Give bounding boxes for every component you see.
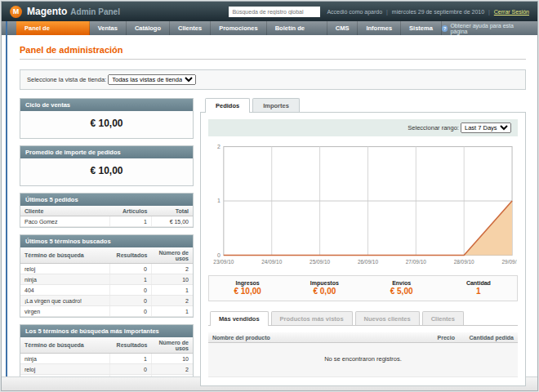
nav-item-promociones[interactable]: Promociones xyxy=(211,21,267,35)
table-row: 40401 xyxy=(20,285,193,296)
svg-text:1: 1 xyxy=(217,198,220,204)
cell: Paco Gomez xyxy=(20,216,110,227)
svg-text:0: 0 xyxy=(217,252,220,258)
last-search-terms-box: Últimos 5 términos buscados Término de b… xyxy=(20,234,194,318)
cell: 1 xyxy=(151,285,193,296)
table-row: ¡La virgen que cuadro!02 xyxy=(20,296,193,306)
svg-text:25/09/10: 25/09/10 xyxy=(310,259,330,265)
last-search-terms-table: Término de búsquedaResultadosNúmero de u… xyxy=(20,247,193,317)
cell: 404 xyxy=(20,285,110,296)
range-label: Seleccionar rango: xyxy=(408,124,459,131)
stat-value: € 10,00 xyxy=(209,287,286,296)
tab-productos-mas-vistos[interactable]: Productos más vistos xyxy=(271,311,353,325)
nav-item-cms[interactable]: CMS xyxy=(327,21,359,35)
separator: | xyxy=(488,9,490,15)
nav-item-catalogo[interactable]: Catálogo xyxy=(127,21,170,35)
totals-bar: Ingresos€ 10,00Impuestos€ 0,00Envíos€ 5,… xyxy=(208,275,518,301)
separator: | xyxy=(386,9,388,15)
orders-panel: Seleccionar rango: Last 7 Days 01223/09/… xyxy=(200,112,526,386)
tab-mas-vendidos[interactable]: Más vendidos xyxy=(210,311,269,326)
cell: 10 xyxy=(151,274,193,285)
column-header: Precio xyxy=(394,332,459,343)
bottom-tabs: Más vendidosProductos más vistosNuevos c… xyxy=(208,311,518,326)
box-title: Últimos 5 pedidos xyxy=(20,194,193,206)
logout-link[interactable]: Cerrar Sesión xyxy=(494,9,529,15)
box-title: Ciclo de ventas xyxy=(20,99,193,111)
nav-item-informes[interactable]: Informes xyxy=(358,21,401,35)
tab-nuevos-clientes[interactable]: Nuevos clientes xyxy=(355,311,420,325)
stat-impuestos: Impuestos€ 0,00 xyxy=(286,280,363,296)
table-row: Paco Gomez1€ 15,00 xyxy=(20,216,193,227)
column-header: Término de búsqueda xyxy=(20,337,110,354)
cell: 0 xyxy=(110,296,152,306)
svg-text:28/09/10: 28/09/10 xyxy=(454,259,474,265)
dashboard-left-column: Ciclo de ventas € 10,00 Promedio de impo… xyxy=(20,98,194,391)
chart-tabs: Pedidos Importes xyxy=(200,98,526,112)
svg-text:24/09/10: 24/09/10 xyxy=(261,259,282,265)
main-nav-bar: Panel de administraciónVentasCatálogoCli… xyxy=(2,21,537,35)
cell: € 15,00 xyxy=(151,216,193,227)
dashboard-right-column: Pedidos Importes Seleccionar rango: Last… xyxy=(200,98,526,391)
nav-item-boletin-de-noticias[interactable]: Boletín de noticias xyxy=(267,21,327,35)
cell: 0 xyxy=(110,364,152,375)
cell: 2 xyxy=(151,364,193,375)
cell: ¡La virgen que cuadro! xyxy=(20,296,110,306)
column-header: Nombre del producto xyxy=(208,332,394,343)
svg-text:29/09/10: 29/09/10 xyxy=(502,259,517,265)
stat-value: 1 xyxy=(440,287,517,296)
products-table: Nombre del productoPrecioCantidad pedida… xyxy=(208,332,518,377)
cell: virgen xyxy=(20,306,110,317)
store-view-bar: Seleccione la vista de tienda: Todas las… xyxy=(20,69,526,90)
table-row: reloj02 xyxy=(20,364,193,375)
cell: 1 xyxy=(110,274,152,285)
title-divider xyxy=(20,59,526,60)
stat-label: Ingresos xyxy=(209,280,286,286)
sales-cycle-box: Ciclo de ventas € 10,00 xyxy=(20,98,194,139)
cell: 0 xyxy=(110,264,152,274)
sales-cycle-value: € 10,00 xyxy=(20,111,193,138)
average-order-value: € 10,00 xyxy=(20,158,193,185)
nav-item-clientes[interactable]: Clientes xyxy=(170,21,211,35)
stat-value: € 5,00 xyxy=(363,287,440,296)
range-select[interactable]: Last 7 Days xyxy=(461,122,511,133)
stat-cantidad: Cantidad1 xyxy=(440,280,517,296)
cell: 1 xyxy=(151,306,193,317)
cell: reloj xyxy=(20,264,110,274)
store-view-select[interactable]: Todas las vistas de tienda xyxy=(108,74,196,85)
nav-item-sistema[interactable]: Sistema xyxy=(401,21,442,35)
window-edge-decoration xyxy=(6,21,7,377)
svg-text:26/09/10: 26/09/10 xyxy=(358,259,378,265)
range-bar: Seleccionar rango: Last 7 Days xyxy=(208,119,518,136)
svg-text:27/09/10: 27/09/10 xyxy=(406,259,426,265)
table-row: reloj02 xyxy=(20,264,193,274)
cell: 0 xyxy=(110,285,152,296)
tab-pedidos[interactable]: Pedidos xyxy=(205,98,250,113)
nav-item-ventas[interactable]: Ventas xyxy=(90,21,127,35)
column-header: Término de búsqueda xyxy=(20,247,110,264)
column-header: Número de usos xyxy=(151,247,193,264)
tab-importes[interactable]: Importes xyxy=(252,98,300,112)
stat-envios: Envíos€ 5,00 xyxy=(363,280,440,296)
last-orders-table: ClienteArtículosTotalPaco Gomez1€ 15,00 xyxy=(20,206,193,227)
browser-viewport: M Magento Admin Panel Accedió como apard… xyxy=(1,1,538,391)
cell: 1 xyxy=(110,216,152,227)
app-header: M Magento Admin Panel Accedió como apard… xyxy=(2,2,537,21)
global-search-input[interactable] xyxy=(229,7,320,17)
stat-value: € 0,00 xyxy=(286,287,363,296)
logged-in-as: Accedió como apardo xyxy=(327,9,382,15)
help-link[interactable]: ? Obtener ayuda para esta página xyxy=(442,21,537,35)
main-nav: Panel de administraciónVentasCatálogoCli… xyxy=(16,21,442,35)
tab-clientes[interactable]: Clientes xyxy=(422,311,464,325)
help-label: Obtener ayuda para esta página xyxy=(450,23,528,34)
empty-message: No se encontraron registros. xyxy=(208,343,518,377)
table-row: ninja110 xyxy=(20,354,193,364)
cell: reloj xyxy=(20,364,110,375)
brand-name: Magento xyxy=(27,6,67,17)
store-view-label: Seleccione la vista de tienda: xyxy=(27,76,106,83)
nav-item-panel-de-administracion[interactable]: Panel de administración xyxy=(16,21,90,35)
svg-text:23/09/10: 23/09/10 xyxy=(213,259,234,265)
products-table-wrap: Nombre del productoPrecioCantidad pedida… xyxy=(208,332,518,377)
stat-label: Cantidad xyxy=(440,280,517,286)
cell: 1 xyxy=(110,354,152,364)
column-header: Número de usos xyxy=(151,337,193,354)
